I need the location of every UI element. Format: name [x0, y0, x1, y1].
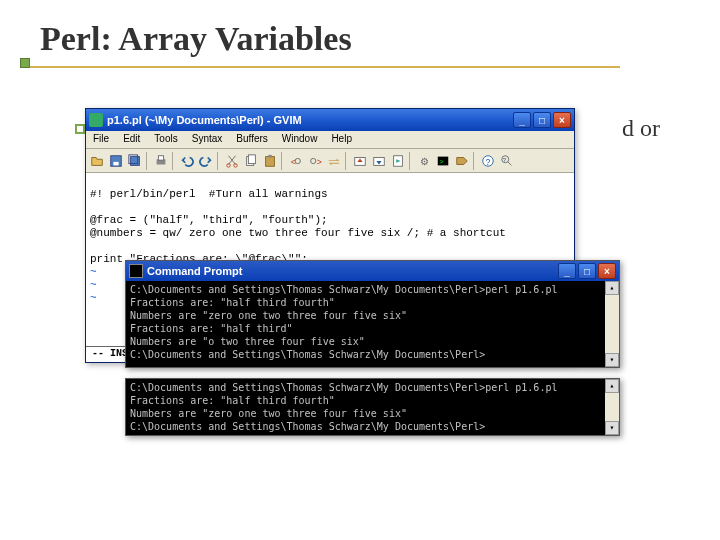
cut-icon[interactable]	[223, 152, 241, 170]
open-icon[interactable]	[88, 152, 106, 170]
page-title: Perl: Array Variables	[40, 20, 680, 58]
menu-buffers[interactable]: Buffers	[229, 131, 275, 148]
svg-rect-11	[268, 154, 272, 157]
ctags-icon[interactable]	[453, 152, 471, 170]
svg-rect-5	[158, 155, 163, 159]
title-underline	[20, 66, 620, 68]
print-icon[interactable]	[152, 152, 170, 170]
scroll-up-icon[interactable]: ▴	[605, 281, 619, 295]
svg-rect-10	[266, 156, 275, 166]
cmd-line: Fractions are: "half third fourth"	[130, 297, 335, 308]
bullet-square	[75, 124, 85, 134]
scroll-down-icon[interactable]: ▾	[605, 353, 619, 367]
background-text-fragment: d or	[622, 115, 660, 142]
cmd-line: C:\Documents and Settings\Thomas Schwarz…	[130, 382, 557, 393]
scrollbar[interactable]: ▴ ▾	[605, 379, 619, 435]
toolbar-separator	[345, 152, 349, 170]
find-help-icon[interactable]: ?	[498, 152, 516, 170]
menu-edit[interactable]: Edit	[116, 131, 147, 148]
toolbar-separator	[409, 152, 413, 170]
svg-text:>: >	[440, 157, 444, 164]
minimize-button[interactable]: _	[513, 112, 531, 128]
undo-icon[interactable]	[178, 152, 196, 170]
cmd-line: C:\Documents and Settings\Thomas Schwarz…	[130, 421, 485, 432]
svg-text:⚙: ⚙	[420, 155, 429, 166]
svg-text:?: ?	[503, 155, 507, 162]
command-prompt-window: Command Prompt _ □ × C:\Documents and Se…	[125, 260, 620, 368]
shell-icon[interactable]: >	[434, 152, 452, 170]
cmd-output-area[interactable]: C:\Documents and Settings\Thomas Schwarz…	[126, 379, 619, 435]
copy-icon[interactable]	[242, 152, 260, 170]
cmd-line: Numbers are "zero one two three four fiv…	[130, 408, 407, 419]
code-line: @frac = ("half", "third", "fourth");	[90, 214, 328, 226]
gvim-toolbar: < > ⚙ > ? ?	[86, 149, 574, 173]
toolbar-separator	[172, 152, 176, 170]
scrollbar[interactable]: ▴ ▾	[605, 281, 619, 367]
svg-text:>: >	[317, 156, 322, 166]
menu-window[interactable]: Window	[275, 131, 325, 148]
toolbar-separator	[281, 152, 285, 170]
toolbar-separator	[146, 152, 150, 170]
toolbar-separator	[473, 152, 477, 170]
cmd-title-text: Command Prompt	[147, 265, 242, 277]
cmd-output-area[interactable]: C:\Documents and Settings\Thomas Schwarz…	[126, 281, 619, 367]
code-line: @numbers = qw/ zero one two three four f…	[90, 227, 506, 239]
menu-syntax[interactable]: Syntax	[185, 131, 230, 148]
save-icon[interactable]	[107, 152, 125, 170]
run-script-icon[interactable]	[389, 152, 407, 170]
toolbar-separator	[217, 152, 221, 170]
save-session-icon[interactable]	[370, 152, 388, 170]
maximize-button[interactable]: □	[578, 263, 596, 279]
scroll-down-icon[interactable]: ▾	[605, 421, 619, 435]
redo-icon[interactable]	[197, 152, 215, 170]
cmd-icon	[129, 264, 143, 278]
cmd-line: Fractions are: "half third fourth"	[130, 395, 335, 406]
help-icon[interactable]: ?	[479, 152, 497, 170]
svg-text:?: ?	[485, 156, 490, 166]
minimize-button[interactable]: _	[558, 263, 576, 279]
command-prompt-window-2: C:\Documents and Settings\Thomas Schwarz…	[125, 378, 620, 436]
empty-line-tilde: ~ ~ ~	[90, 266, 97, 304]
scroll-up-icon[interactable]: ▴	[605, 379, 619, 393]
accent-square	[20, 58, 30, 68]
cmd-line: Numbers are "zero one two three four fiv…	[130, 310, 407, 321]
cmd-line: Numbers are "o two three four five six"	[130, 336, 365, 347]
cmd-line: Fractions are: "half third"	[130, 323, 293, 334]
menu-help[interactable]: Help	[324, 131, 359, 148]
paste-icon[interactable]	[261, 152, 279, 170]
gvim-menubar: File Edit Tools Syntax Buffers Window He…	[86, 131, 574, 149]
cmd-line: C:\Documents and Settings\Thomas Schwarz…	[130, 349, 485, 360]
find-prev-icon[interactable]: <	[287, 152, 305, 170]
menu-tools[interactable]: Tools	[147, 131, 184, 148]
load-session-icon[interactable]	[351, 152, 369, 170]
menu-file[interactable]: File	[86, 131, 116, 148]
cmd-line: C:\Documents and Settings\Thomas Schwarz…	[130, 284, 557, 295]
gvim-titlebar[interactable]: p1.6.pl (~\My Documents\Perl) - GVIM _ □…	[86, 109, 574, 131]
svg-point-13	[295, 158, 300, 163]
code-line: #! perl/bin/perl #Turn all warnings	[90, 188, 328, 200]
gvim-title-text: p1.6.pl (~\My Documents\Perl) - GVIM	[107, 114, 302, 126]
replace-icon[interactable]	[325, 152, 343, 170]
make-icon[interactable]: ⚙	[415, 152, 433, 170]
svg-point-14	[311, 158, 316, 163]
maximize-button[interactable]: □	[533, 112, 551, 128]
close-button[interactable]: ×	[553, 112, 571, 128]
close-button[interactable]: ×	[598, 263, 616, 279]
svg-rect-9	[248, 154, 255, 163]
gvim-app-icon	[89, 113, 103, 127]
cmd-titlebar[interactable]: Command Prompt _ □ ×	[126, 261, 619, 281]
svg-rect-1	[113, 161, 118, 165]
find-next-icon[interactable]: >	[306, 152, 324, 170]
save-all-icon[interactable]	[126, 152, 144, 170]
